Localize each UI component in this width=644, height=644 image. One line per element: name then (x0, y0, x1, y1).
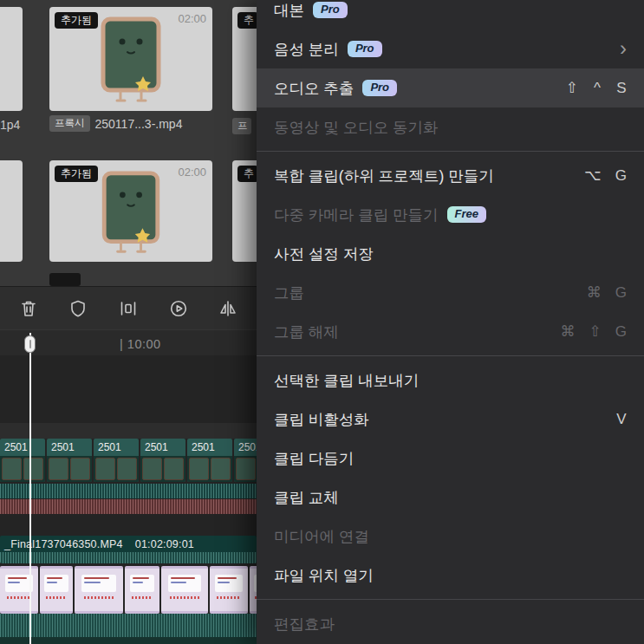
menu-item-label: 선택한 클립 내보내기 (274, 370, 419, 391)
media-thumbnail-partial[interactable] (0, 7, 23, 111)
added-badge: 추가됨 (55, 166, 98, 182)
filename-fragment: 1p4 (0, 118, 20, 132)
video-clip[interactable]: 2501 (0, 439, 45, 482)
menu-item-right: ⇧^S (566, 79, 627, 97)
video-clip[interactable]: 2501 (47, 439, 92, 482)
video-clip-thumbnails (0, 456, 45, 482)
chalkboard-character (91, 16, 171, 106)
video-clip[interactable]: 2501 (234, 439, 257, 482)
timeline-ruler[interactable]: | 10:00 (0, 329, 257, 355)
subtitle-clip[interactable] (125, 566, 159, 614)
subtitle-clip[interactable] (250, 566, 257, 614)
media-thumbnail-partial[interactable]: 추 (232, 160, 257, 262)
subtitle-clip[interactable] (75, 566, 123, 614)
menu-item-1[interactable]: 음성 분리Pro› (257, 29, 644, 68)
menu-item-label: 다중 카메라 클립 만들기 (274, 205, 439, 225)
menu-item-14[interactable]: 클립 교체 (257, 478, 644, 517)
menu-item-label: 클립 다듬기 (274, 448, 354, 469)
menu-item-right: ⌘⇧G (561, 322, 627, 341)
menu-item-right: ⌘G (587, 283, 627, 302)
menu-item-label: 음성 분리 (274, 39, 339, 60)
added-badge-fragment: 추 (237, 12, 257, 29)
menu-item-3: 동영상 및 오디오 동기화 (257, 107, 644, 146)
video-clip-label: 2501 (47, 439, 92, 456)
media-thumbnail-partial[interactable] (0, 160, 23, 262)
annotation-squiggle (46, 596, 67, 599)
main-video-clip[interactable]: _Final1737046350.MP4 01:02:09:01 (0, 536, 257, 563)
video-clip[interactable]: 2501 (94, 439, 139, 482)
video-clip-label: 2501 (0, 439, 45, 456)
menu-separator (257, 355, 644, 356)
menu-item-5[interactable]: 복합 클립(하위 프로젝트) 만들기⌥G (257, 156, 644, 195)
subtitle-clip[interactable] (210, 566, 248, 614)
shortcut-key: G (615, 284, 627, 302)
video-clip[interactable]: 2501 (140, 439, 185, 482)
play-around-icon[interactable] (164, 294, 193, 323)
menu-item-15: 미디어에 연결 (257, 517, 644, 556)
chalkboard-character (92, 170, 170, 257)
video-clip-label: 2501 (234, 439, 257, 456)
video-clip[interactable]: 2501 (187, 439, 232, 482)
media-thumbnail-partial[interactable]: 추 (232, 7, 257, 111)
badge-fragment (49, 273, 81, 286)
menu-separator (257, 599, 644, 600)
menu-item-label: 파일 위치 열기 (274, 565, 374, 586)
free-badge: Free (447, 206, 486, 224)
pro-badge: Pro (348, 41, 382, 58)
media-file-row: 프록시 250117...3-.mp4 (49, 115, 249, 132)
video-clip-row: 250125012501250125012501 (0, 439, 257, 482)
subtitle-clip[interactable] (161, 566, 208, 614)
menu-item-label: 그룹 (274, 283, 304, 303)
playhead[interactable] (29, 333, 31, 644)
annotation-squiggle (84, 596, 114, 599)
proxy-badge: 프록시 (49, 115, 90, 132)
annotation-squiggle (132, 596, 153, 599)
timeline-toolbar (0, 286, 257, 329)
main-clip-name: _Final1737046350.MP4 (4, 538, 123, 552)
flip-icon[interactable] (213, 294, 243, 323)
shortcut-key: ⌥ (584, 166, 602, 185)
menu-item-label: 클립 교체 (274, 487, 339, 508)
added-badge-fragment: 추 (237, 166, 257, 182)
subtitle-clip[interactable] (40, 566, 73, 614)
proxy-badge-fragment: 프 (232, 118, 251, 134)
menu-item-6: 다중 카메라 클립 만들기Free (257, 195, 644, 234)
media-filename: 250117...3-.mp4 (95, 117, 183, 131)
menu-item-18: 편집효과 (257, 604, 644, 643)
track-lane (0, 423, 257, 439)
shield-icon[interactable] (63, 294, 93, 323)
menu-item-label: 오디오 추출 (274, 78, 354, 99)
menu-item-12[interactable]: 클립 비활성화V (257, 400, 644, 439)
menu-item-label: 대본 (274, 0, 304, 21)
shortcut-key: ⇧ (566, 79, 578, 97)
menu-item-16[interactable]: 파일 위치 열기 (257, 556, 644, 595)
media-thumbnail[interactable]: 추가됨 02:00 (49, 7, 212, 111)
main-clip-label: _Final1737046350.MP4 01:02:09:01 (0, 536, 257, 552)
video-clip-label: 2501 (187, 439, 232, 456)
subtitle-text-box (215, 575, 243, 592)
delete-icon[interactable] (14, 294, 43, 323)
menu-item-7[interactable]: 사전 설정 저장 (257, 234, 644, 273)
audio-waveform-track[interactable] (0, 484, 257, 498)
audio-waveform-track-2[interactable] (0, 499, 257, 514)
menu-item-right: ⌥G (584, 166, 627, 185)
audio-waveform-track-3[interactable] (0, 614, 257, 644)
submenu-chevron-icon: › (620, 38, 627, 59)
context-menu: 대본Pro음성 분리Pro›오디오 추출Pro⇧^S동영상 및 오디오 동기화복… (257, 0, 644, 644)
menu-item-2[interactable]: 오디오 추출Pro⇧^S (257, 68, 644, 107)
menu-item-11[interactable]: 선택한 클립 내보내기 (257, 361, 644, 400)
menu-item-right: › (620, 40, 627, 59)
shortcut-key: ^ (592, 80, 602, 97)
menu-item-13[interactable]: 클립 다듬기 (257, 439, 644, 478)
adjust-clip-icon[interactable] (114, 294, 143, 323)
subtitle-clip[interactable] (0, 566, 38, 614)
main-clip-timecode: 01:02:09:01 (135, 538, 194, 552)
menu-item-label: 사전 설정 저장 (274, 244, 374, 264)
media-library: 1p4 추가됨 02:00 프록시 250117...3-.mp4 (0, 0, 257, 286)
shortcut-key: ⇧ (589, 322, 602, 341)
video-clip-thumbnails (187, 456, 232, 482)
media-thumbnail[interactable]: 추가됨 02:00 (49, 160, 212, 262)
playhead-handle[interactable] (24, 335, 36, 353)
menu-item-0[interactable]: 대본Pro (257, 0, 644, 29)
subtitle-text-box (168, 575, 202, 592)
